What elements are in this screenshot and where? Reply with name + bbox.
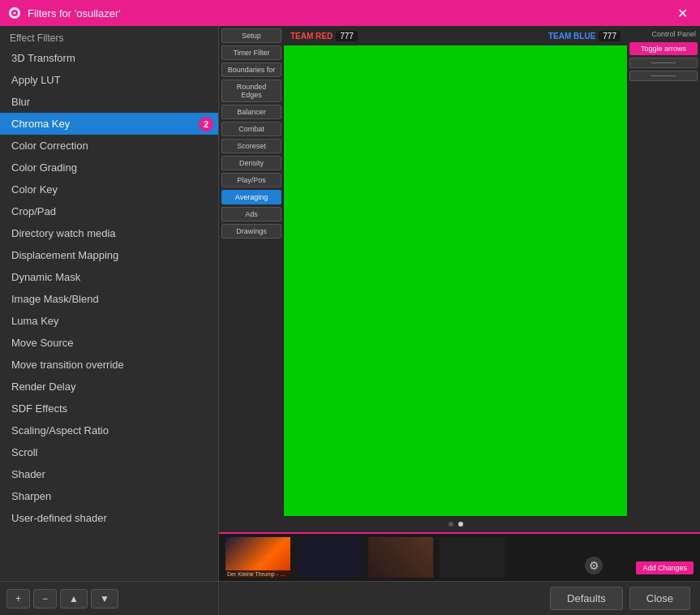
right-panel: SetupTimer FilterBoundaries forRounded E…	[219, 26, 700, 615]
team-blue-label: TEAM BLUE	[548, 32, 595, 41]
preview-container: SetupTimer FilterBoundaries forRounded E…	[219, 26, 700, 532]
obs-preview: SetupTimer FilterBoundaries forRounded E…	[219, 26, 700, 532]
obs-btn-10[interactable]: Ads	[221, 207, 281, 221]
obs-btn-11[interactable]: Drawings	[221, 224, 281, 239]
filter-item-chroma-key[interactable]: Chroma Key	[0, 113, 218, 135]
filter-item-color-key[interactable]: Color Key	[0, 178, 218, 200]
obs-btn-6[interactable]: Scoreset	[221, 139, 281, 153]
svg-point-2	[14, 12, 16, 15]
filter-item-move-transition-override[interactable]: Move transition override	[0, 354, 218, 376]
thumbnail-1[interactable]	[297, 537, 362, 578]
title-bar: Filters for 'osullazer' ✕	[0, 0, 700, 26]
content-area: Effect Filters 3D TransformApply LUTBlur…	[0, 26, 700, 615]
add-changes-button[interactable]: Add Changes	[636, 561, 694, 574]
filter-item-color-grading[interactable]: Color Grading	[0, 157, 218, 178]
filter-item-scroll[interactable]: Scroll	[0, 441, 218, 463]
obs-top-bar: TEAM RED 777 TEAM BLUE 777	[284, 26, 627, 45]
obs-btn-2[interactable]: Boundaries for	[221, 62, 281, 77]
obs-btn-4[interactable]: Balancer	[221, 105, 281, 119]
filter-item-shader[interactable]: Shader	[0, 463, 218, 485]
close-button[interactable]: Close	[629, 587, 690, 610]
filter-item-image-mask-blend[interactable]: Image Mask/Blend	[0, 288, 218, 310]
window-title: Filters for 'osullazer'	[28, 7, 121, 19]
obs-btn-5[interactable]: Combat	[221, 122, 281, 136]
small-control-btn-2[interactable]: ──────	[629, 71, 698, 81]
thumbnail-0[interactable]: Der Kleine Thrump - Un 3dA5udB R#Effect.…	[225, 537, 290, 578]
green-screen-area	[284, 45, 627, 516]
control-panel-label: Control Panel	[629, 28, 698, 40]
gear-icon-button[interactable]: ⚙	[585, 557, 603, 574]
filter-footer: + − ▲ ▼	[0, 581, 218, 615]
filter-item-blur[interactable]: Blur	[0, 91, 218, 113]
filter-item-sharpen[interactable]: Sharpen	[0, 485, 218, 507]
obs-right-control: Control Panel Toggle arrows ────── ─────…	[627, 26, 700, 532]
defaults-button[interactable]: Defaults	[550, 587, 623, 610]
chroma-key-badge: 2	[199, 117, 213, 131]
minus-icon: −	[42, 593, 48, 604]
obs-btn-3[interactable]: Rounded Edges	[221, 80, 281, 102]
filter-item-displacement-mapping[interactable]: Displacement Mapping	[0, 244, 218, 266]
section-label: Effect Filters	[0, 26, 218, 47]
team-blue-score: 777	[599, 31, 621, 41]
toggle-arrows-button[interactable]: Toggle arrows	[629, 42, 698, 55]
obs-btn-7[interactable]: Density	[221, 156, 281, 170]
thumbnail-image-3	[440, 537, 505, 578]
dot-2	[458, 522, 463, 527]
team-blue-badge: TEAM BLUE 777	[548, 31, 621, 41]
filter-list: 3D TransformApply LUTBlurChroma Key2Colo…	[0, 47, 218, 581]
team-red-badge: TEAM RED 777	[290, 31, 358, 41]
team-red-label: TEAM RED	[290, 32, 333, 41]
close-window-button[interactable]: ✕	[672, 3, 692, 23]
remove-filter-button[interactable]: −	[33, 589, 57, 609]
thumbnail-image-1	[297, 537, 362, 578]
main-layout: Effect Filters 3D TransformApply LUTBlur…	[0, 26, 700, 615]
obs-thumbnail-bar: Der Kleine Thrump - Un 3dA5udB R#Effect.…	[219, 532, 700, 581]
filter-item-user-defined-shader[interactable]: User-defined shader	[0, 507, 218, 529]
obs-btn-1[interactable]: Timer Filter	[221, 45, 281, 60]
filter-list-panel: Effect Filters 3D TransformApply LUTBlur…	[0, 26, 219, 615]
filter-item-apply-lut[interactable]: Apply LUT	[0, 69, 218, 91]
obs-btn-9[interactable]: Averaging	[221, 190, 281, 204]
obs-dots	[449, 522, 463, 527]
thumbnail-3[interactable]	[440, 537, 505, 578]
filter-item-dynamic-mask[interactable]: Dynamic Mask	[0, 266, 218, 288]
thumbnail-2[interactable]	[368, 537, 433, 578]
filter-item-move-source[interactable]: Move Source	[0, 332, 218, 354]
team-red-score: 777	[336, 31, 358, 41]
move-down-button[interactable]: ▼	[91, 589, 118, 609]
obs-btn-8[interactable]: Play/Pos	[221, 173, 281, 187]
bottom-bar: Defaults Close	[219, 581, 700, 615]
filter-item-scaling-aspect-ratio[interactable]: Scaling/Aspect Ratio	[0, 419, 218, 441]
title-bar-left: Filters for 'osullazer'	[8, 6, 121, 19]
filter-item-sdf-effects[interactable]: SDF Effects	[0, 398, 218, 419]
add-filter-button[interactable]: +	[6, 589, 30, 609]
app-icon	[8, 6, 21, 19]
filter-item-luma-key[interactable]: Luma Key	[0, 310, 218, 332]
filter-item-directory-watch-media[interactable]: Directory watch media	[0, 222, 218, 244]
filter-item-color-correction[interactable]: Color Correction	[0, 135, 218, 157]
filter-item-crop-pad[interactable]: Crop/Pad	[0, 200, 218, 222]
thumbnail-image-2	[368, 537, 433, 578]
obs-btn-0[interactable]: Setup	[221, 28, 281, 43]
filter-item-3d-transform[interactable]: 3D Transform	[0, 47, 218, 69]
dot-1	[449, 522, 453, 527]
obs-main-preview: TEAM RED 777 TEAM BLUE 777	[284, 26, 627, 532]
small-control-btn-1[interactable]: ──────	[629, 58, 698, 68]
thumbnail-label-0: Der Kleine Thrump - Un 3dA5udB R#Effect.…	[225, 570, 290, 578]
obs-left-controls: SetupTimer FilterBoundaries forRounded E…	[219, 26, 284, 532]
obs-bottom-bar	[284, 516, 627, 532]
move-up-button[interactable]: ▲	[60, 589, 88, 609]
filter-item-render-delay[interactable]: Render Delay	[0, 376, 218, 398]
